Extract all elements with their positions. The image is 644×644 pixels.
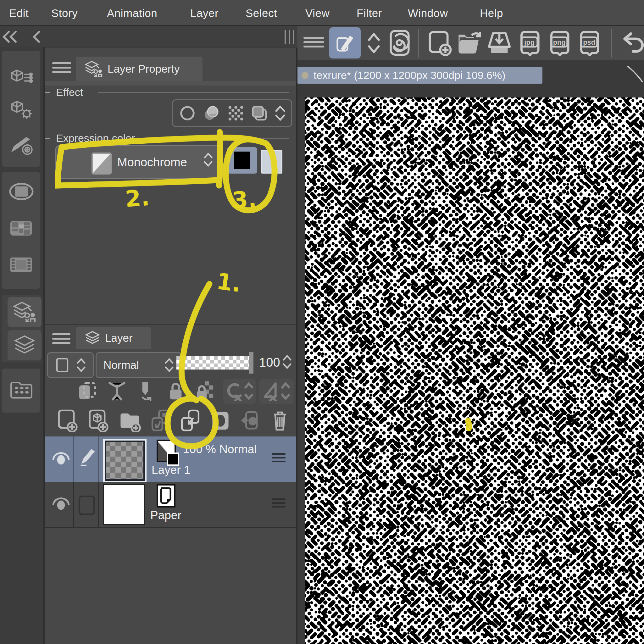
border-effect-icon[interactable] — [179, 104, 196, 122]
layer-property-menu-button[interactable] — [52, 60, 71, 75]
undo-button[interactable] — [620, 31, 644, 56]
new-layer-button[interactable] — [57, 409, 78, 432]
black-swatch-selected[interactable] — [227, 147, 257, 174]
layer-row-1[interactable]: 100 % Normal Layer 1 — [45, 436, 296, 482]
layer-panel-menu-button[interactable] — [52, 331, 70, 347]
sidebar-group-layers — [2, 295, 42, 362]
effect-more-chevrons-icon[interactable] — [275, 105, 286, 121]
pen-target-tool-icon[interactable] — [9, 135, 33, 155]
object-settings-tool-icon[interactable] — [10, 101, 33, 119]
white-swatch[interactable] — [261, 150, 282, 174]
visibility-eye-icon[interactable] — [52, 450, 70, 466]
halftone-effect-icon[interactable] — [227, 104, 245, 122]
spiral-brush-button[interactable] — [388, 30, 412, 56]
layer-tab-icon — [84, 331, 101, 345]
layer1-thumbnail[interactable] — [103, 439, 147, 482]
menu-edit[interactable]: Edit — [9, 7, 29, 19]
lock-layer-button[interactable] — [167, 380, 185, 402]
drawing-canvas[interactable] — [305, 97, 644, 644]
panel-header-strip — [0, 26, 297, 47]
layer1-menu-button[interactable] — [272, 451, 286, 464]
layer-panel-button[interactable] — [8, 330, 42, 360]
tone-effect-icon[interactable] — [202, 104, 221, 122]
menu-select[interactable]: Select — [246, 7, 277, 19]
enable-keyframes-button[interactable] — [107, 380, 127, 402]
clip-to-layer-below-button[interactable] — [77, 381, 97, 402]
paper-checkbox[interactable] — [79, 496, 95, 515]
opacity-chevrons-icon[interactable] — [282, 355, 292, 369]
timeline-panel-icon[interactable] — [9, 257, 33, 273]
menu-help[interactable]: Help — [480, 7, 503, 19]
new-folder-button[interactable] — [119, 410, 141, 432]
reference-layer-button[interactable] — [223, 379, 256, 404]
layer-color-effect-icon[interactable] — [251, 104, 269, 122]
delete-layer-button[interactable] — [270, 409, 289, 431]
apply-mask-button[interactable] — [240, 410, 261, 431]
lock-transparent-pixels-button[interactable] — [195, 380, 215, 402]
layer-property-tab-icon — [84, 61, 103, 77]
panel-grip-handle[interactable] — [285, 30, 294, 44]
menu-story[interactable]: Story — [51, 7, 78, 19]
document-tab-bar: texrure* (1200 x 1200px 300dpi 109.6%) — [297, 60, 644, 97]
transfer-layer-button[interactable] — [179, 409, 201, 432]
export-png-button[interactable]: png — [547, 30, 574, 56]
layer-mask-button[interactable] — [211, 410, 230, 431]
menu-window[interactable]: Window — [408, 7, 448, 19]
layer-panel: Layer Normal 100 — [45, 324, 297, 644]
tab-underline — [45, 81, 296, 86]
layer-property-panel-button[interactable] — [8, 297, 42, 327]
tool-switch-chevrons-icon[interactable] — [366, 32, 382, 54]
left-sidebar — [0, 47, 45, 644]
menu-bar: Edit Story Animation Layer Select View F… — [0, 0, 644, 26]
collapse-chevron-icon[interactable] — [31, 31, 41, 43]
layer1-name[interactable]: Layer 1 — [152, 464, 190, 477]
effect-buttons-group — [172, 99, 292, 127]
expression-color-value: Monochrome — [117, 156, 187, 169]
export-jpg-button[interactable]: jpg — [517, 30, 544, 56]
layer-tab-label: Layer — [105, 332, 133, 344]
column-divider — [73, 436, 74, 482]
merge-down-button[interactable] — [150, 409, 172, 432]
visibility-eye-icon[interactable] — [52, 496, 70, 511]
ruler-display-button[interactable] — [259, 379, 294, 404]
navigator-panel-icon[interactable] — [9, 182, 34, 201]
edit-pen-tool-button[interactable] — [329, 27, 361, 58]
opacity-value: 100 — [259, 355, 280, 369]
opacity-slider[interactable] — [176, 356, 252, 370]
app-window: Edit Story Animation Layer Select View F… — [0, 0, 644, 644]
paper-thumbnail[interactable] — [103, 484, 145, 525]
sidebar-group-materials — [2, 369, 40, 413]
open-file-button[interactable] — [456, 30, 484, 56]
subview-panel-icon[interactable] — [9, 220, 33, 236]
document-tab[interactable]: texrure* (1200 x 1200px 300dpi 109.6%) — [297, 67, 542, 84]
sidebar-group-3d — [2, 51, 40, 167]
menu-animation[interactable]: Animation — [107, 7, 157, 19]
new-file-button[interactable] — [427, 30, 454, 56]
monochrome-swatch-icon — [92, 153, 112, 175]
draft-layer-button[interactable] — [136, 380, 155, 402]
layer-panel-tab[interactable]: Layer — [76, 327, 151, 349]
blend-mode-dropdown[interactable]: Normal — [96, 352, 182, 378]
section-tick — [45, 92, 50, 93]
toolbar-main-menu-button[interactable] — [303, 34, 324, 50]
collapse-double-chevron-icon[interactable] — [1, 30, 19, 44]
new-vector-layer-button[interactable] — [88, 409, 109, 432]
material-folder-icon[interactable] — [9, 380, 33, 399]
save-file-button[interactable] — [486, 30, 513, 56]
opacity-slider-handle[interactable] — [249, 352, 253, 374]
menu-layer[interactable]: Layer — [190, 7, 219, 19]
paper-menu-button[interactable] — [272, 496, 286, 510]
expression-color-rule — [170, 138, 289, 139]
paper-layer-icon — [157, 484, 175, 508]
object-list-tool-icon[interactable] — [10, 69, 33, 87]
layer-property-tab[interactable]: Layer Property — [76, 57, 203, 81]
expression-color-dropdown[interactable]: Monochrome — [55, 145, 222, 179]
layer-row-2[interactable]: Paper — [45, 482, 296, 528]
menu-filter[interactable]: Filter — [357, 7, 382, 19]
export-psd-button[interactable]: psd — [577, 30, 603, 56]
paper-layer-name[interactable]: Paper — [150, 509, 181, 522]
menu-view[interactable]: View — [305, 7, 330, 19]
toolbar-separator — [418, 29, 419, 58]
layer-toolbar-row1 — [45, 379, 296, 404]
palette-color-button[interactable] — [47, 352, 94, 378]
